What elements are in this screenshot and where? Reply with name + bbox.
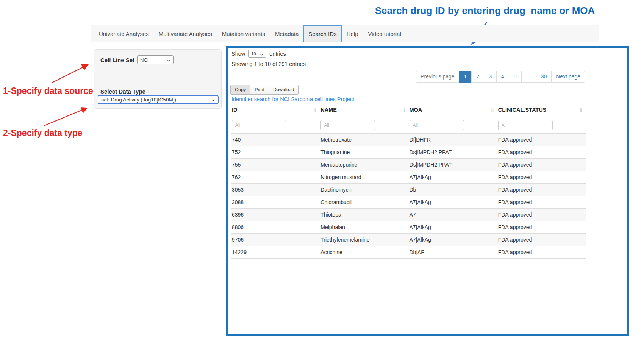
sidebar-panel: Cell Line Set NCI ⌄ Select Data Type act… bbox=[94, 49, 222, 109]
identifier-search-link[interactable]: Identifier search for NCI Sarcoma cell l… bbox=[231, 96, 354, 102]
cell-clinical-status: FDA approved bbox=[497, 234, 586, 246]
cell-moa: A7 bbox=[409, 209, 497, 221]
cell-id: 740 bbox=[231, 134, 320, 146]
data-type-dropdown[interactable]: act: Drug Activity (-log10[IC50M]) ⌄ bbox=[98, 95, 219, 104]
table-row: 8806MelphalanA7|AlkAgFDA approved bbox=[231, 221, 586, 234]
print-button[interactable]: Print bbox=[250, 85, 269, 95]
tab-help[interactable]: Help bbox=[342, 25, 363, 42]
show-entries-dropdown[interactable]: 10 ⌄ bbox=[248, 50, 266, 58]
cell-line-set-value: NCI bbox=[140, 57, 148, 63]
pagination: Previous page12345…30Next page bbox=[416, 71, 585, 83]
cell-clinical-status: FDA approved bbox=[497, 209, 586, 221]
page-button-5[interactable]: 5 bbox=[509, 71, 522, 83]
data-type-label: Select Data Type bbox=[100, 88, 145, 95]
column-header-label: MOA bbox=[410, 107, 422, 113]
cell-line-set-dropdown[interactable]: NCI ⌄ bbox=[137, 55, 174, 64]
results-panel: Show 10 ⌄ entries Showing 1 to 10 of 291… bbox=[226, 46, 629, 336]
cell-moa: A7|AlkAg bbox=[409, 234, 497, 246]
export-buttons: CopyPrintDownload bbox=[231, 85, 299, 95]
cell-clinical-status: FDA approved bbox=[497, 171, 586, 184]
cell-id: 3088 bbox=[231, 196, 320, 209]
page-button-1[interactable]: 1 bbox=[459, 71, 472, 83]
cell-id: 14229 bbox=[231, 246, 320, 259]
chevron-down-icon: ⌄ bbox=[211, 97, 215, 102]
table-row: 752ThioguanineDs|IMPDH2|PPATFDA approved bbox=[231, 146, 586, 159]
table-row: 3088ChlorambucilA7|AlkAgFDA approved bbox=[231, 196, 586, 209]
previous-page-button[interactable]: Previous page bbox=[416, 71, 460, 83]
cell-name: Mercaptopurine bbox=[320, 159, 408, 171]
data-type-value: act: Drug Activity (-log10[IC50M]) bbox=[101, 97, 176, 103]
cell-moa: Db|AP bbox=[409, 246, 497, 259]
show-label: Show bbox=[231, 51, 245, 57]
filter-input-name[interactable] bbox=[320, 120, 375, 130]
column-header-label: ID bbox=[232, 107, 238, 113]
annotation-arrow-red1-icon bbox=[49, 61, 92, 85]
table-row: 6396ThiotepaA7FDA approved bbox=[231, 209, 586, 221]
page-button-4[interactable]: 4 bbox=[496, 71, 509, 83]
sort-icon: ⇅ bbox=[579, 108, 583, 113]
cell-id: 3053 bbox=[231, 184, 320, 196]
tab-video-tutorial[interactable]: Video tutorial bbox=[363, 25, 406, 42]
cell-moa: Ds|IMPDH2|PPAT bbox=[409, 146, 497, 159]
chevron-down-icon: ⌄ bbox=[259, 51, 263, 56]
next-page-button[interactable]: Next page bbox=[551, 71, 585, 83]
cell-name: Melphalan bbox=[320, 221, 408, 234]
showing-entries-status: Showing 1 to 10 of 291 entries bbox=[231, 61, 306, 67]
navbar: Univariate AnalysesMultivariate Analyses… bbox=[91, 25, 599, 42]
chevron-down-icon: ⌄ bbox=[167, 58, 170, 62]
tab-multivariate-analyses[interactable]: Multivariate Analyses bbox=[154, 25, 217, 42]
table-row: 3053DactinomycinDbFDA approved bbox=[231, 184, 586, 196]
pagination-ellipsis: … bbox=[521, 71, 536, 83]
cell-clinical-status: FDA approved bbox=[497, 196, 586, 209]
download-button[interactable]: Download bbox=[269, 85, 299, 95]
sort-icon: ⇅ bbox=[402, 108, 405, 113]
cell-name: Chlorambucil bbox=[320, 196, 408, 209]
cell-clinical-status: FDA approved bbox=[497, 134, 586, 146]
filter-input-id[interactable] bbox=[232, 120, 286, 130]
tab-mutation-variants[interactable]: Mutation variants bbox=[217, 25, 270, 42]
sort-icon: ⇅ bbox=[491, 108, 494, 113]
cell-name: Dactinomycin bbox=[320, 184, 408, 196]
cell-name: Triethylenemelamine bbox=[320, 234, 408, 246]
cell-moa: A7|AlkAg bbox=[409, 196, 497, 209]
column-header-id[interactable]: ID⇅ bbox=[231, 104, 320, 117]
column-header-name[interactable]: NAME⇅ bbox=[320, 104, 408, 117]
tab-metadata[interactable]: Metadata bbox=[270, 25, 304, 42]
column-header-clinical-status[interactable]: CLINICAL.STATUS⇅ bbox=[497, 104, 586, 117]
cell-name: Acrichine bbox=[320, 246, 408, 259]
filter-input-moa[interactable] bbox=[410, 120, 464, 130]
column-header-label: CLINICAL.STATUS bbox=[498, 107, 547, 113]
cell-moa: A7|AlkAg bbox=[409, 171, 497, 184]
tab-univariate-analyses[interactable]: Univariate Analyses bbox=[94, 25, 154, 42]
cell-moa: Db bbox=[409, 184, 497, 196]
annotation-step1: 1-Specify data source bbox=[3, 86, 93, 96]
column-header-moa[interactable]: MOA⇅ bbox=[409, 104, 497, 117]
cell-id: 9706 bbox=[231, 234, 320, 246]
page-button-3[interactable]: 3 bbox=[484, 71, 497, 83]
show-entries-value: 10 bbox=[251, 51, 256, 56]
cell-clinical-status: FDA approved bbox=[497, 184, 586, 196]
tab-search-ids[interactable]: Search IDs bbox=[303, 25, 341, 42]
filter-input-clinical-status[interactable] bbox=[498, 120, 553, 130]
column-header-label: NAME bbox=[320, 107, 337, 113]
cell-id: 755 bbox=[231, 159, 320, 171]
page-button-2[interactable]: 2 bbox=[471, 71, 484, 83]
cell-name: Methotrexate bbox=[320, 134, 408, 146]
table-row: 755MercaptopurineDs|IMPDH2|PPATFDA appro… bbox=[231, 159, 586, 171]
cell-id: 752 bbox=[231, 146, 320, 159]
table-row: 9706TriethylenemelamineA7|AlkAgFDA appro… bbox=[231, 234, 586, 246]
entries-label: entries bbox=[269, 51, 286, 57]
cell-name: Thioguanine bbox=[320, 146, 408, 159]
cell-clinical-status: FDA approved bbox=[497, 146, 586, 159]
page-button-30[interactable]: 30 bbox=[536, 71, 552, 83]
table-row: 740MethotrexateDf|DHFRFDA approved bbox=[231, 134, 586, 146]
cell-id: 762 bbox=[231, 171, 320, 184]
copy-button[interactable]: Copy bbox=[230, 85, 250, 95]
cell-id: 8806 bbox=[231, 221, 320, 234]
cell-clinical-status: FDA approved bbox=[497, 159, 586, 171]
table-row: 14229AcrichineDb|APFDA approved bbox=[231, 246, 586, 259]
cell-moa: Df|DHFR bbox=[409, 134, 497, 146]
cell-id: 6396 bbox=[231, 209, 320, 221]
annotation-step2: 2-Specify data type bbox=[3, 128, 83, 138]
cell-name: Nitrogen mustard bbox=[320, 171, 408, 184]
